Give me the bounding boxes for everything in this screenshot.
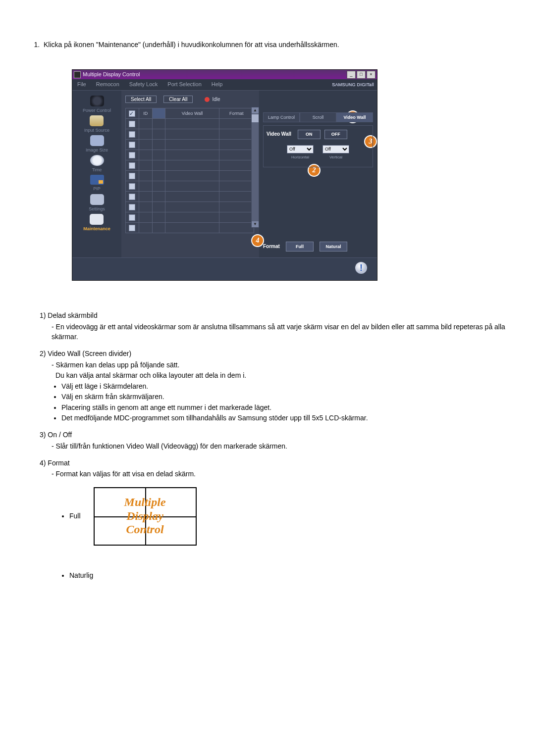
intro-list: Klicka på ikonen "Maintenance" (underhål… — [42, 40, 505, 50]
power-icon — [90, 96, 104, 106]
row-checkbox[interactable] — [129, 131, 135, 138]
horizontal-select[interactable]: Off — [287, 145, 314, 153]
bullet: Välj ett läge i Skärmdelaren. — [61, 381, 505, 391]
display-grid: ID Video Wall Format — [125, 108, 254, 233]
row-checkbox[interactable] — [129, 194, 135, 200]
row-checkbox[interactable] — [129, 121, 135, 127]
bullet: Placering ställs in genom att ange ett n… — [61, 403, 505, 412]
sidebar-label: Maintenance — [83, 226, 110, 232]
app-icon — [74, 71, 81, 78]
brand-label: SAMSUNG DIGITall — [332, 82, 377, 88]
videowall-on-button[interactable]: ON — [298, 130, 321, 139]
titlebar: Multiple Display Control _ □ × — [72, 70, 377, 79]
full-label: Full — [69, 511, 81, 521]
table-row[interactable] — [126, 202, 254, 212]
sidebar-maintenance[interactable]: Maintenance — [83, 214, 110, 232]
menu-file[interactable]: File — [72, 81, 91, 89]
menu-port-selection[interactable]: Port Selection — [162, 81, 206, 89]
sidebar-settings[interactable]: Settings — [89, 194, 105, 212]
scroll-thumb[interactable] — [252, 114, 259, 122]
sidebar-label: Power Control — [83, 107, 111, 114]
format-full-row: Full Multiple Display Control — [69, 487, 505, 546]
tab-scroll[interactable]: Scroll — [300, 112, 336, 122]
expl-2-text-a: - Skärmen kan delas upp på följande sätt… — [52, 360, 505, 370]
row-checkbox[interactable] — [129, 225, 135, 231]
tab-lamp-control[interactable]: Lamp Control — [263, 112, 300, 122]
tab-video-wall[interactable]: Video Wall — [336, 112, 373, 122]
expl-2-bullets: Välj ett läge i Skärmdelaren. Välj en sk… — [61, 381, 505, 423]
col-id: ID — [139, 108, 153, 118]
demo-text: Multiple Display Control — [124, 496, 166, 537]
scroll-up-icon[interactable]: ▲ — [252, 107, 259, 113]
expl-1-text: - En videovägg är ett antal videoskärmar… — [52, 322, 505, 342]
panel-tabs: Lamp Control Scroll Video Wall — [263, 112, 373, 122]
divider-selects: Off Horizontal Off Vertical — [267, 145, 370, 160]
row-checkbox[interactable] — [129, 214, 135, 221]
time-icon — [90, 155, 104, 166]
sidebar: Power Control Input Source Image Size Ti… — [72, 91, 121, 257]
expl-1-title: 1) Delad skärmbild — [40, 310, 505, 320]
format-natural-button[interactable]: Natural — [320, 242, 347, 252]
sidebar-image-size[interactable]: Image Size — [86, 135, 108, 153]
videowall-full-demo: Multiple Display Control — [94, 487, 197, 546]
row-checkbox[interactable] — [129, 142, 135, 148]
header-checkbox[interactable] — [129, 110, 135, 117]
row-checkbox[interactable] — [129, 152, 135, 158]
table-row[interactable] — [126, 160, 254, 171]
expl-4-text: - Format kan väljas för att visa en dela… — [52, 469, 505, 479]
row-checkbox[interactable] — [129, 204, 135, 210]
explanation: 1) Delad skärmbild - En videovägg är ett… — [40, 310, 505, 580]
videowall-off-button[interactable]: OFF — [324, 130, 347, 139]
table-row[interactable] — [126, 212, 254, 223]
col-format: Format — [219, 108, 254, 118]
minimize-button[interactable]: _ — [347, 71, 356, 79]
expl-4-title: 4) Format — [40, 458, 505, 468]
window-buttons: _ □ × — [347, 71, 375, 79]
format-natural-row: Naturlig — [40, 570, 505, 580]
menubar: File Remocon Safety Lock Port Selection … — [72, 79, 377, 91]
idle-dot-icon — [205, 97, 210, 102]
format-label: Format — [263, 243, 280, 251]
format-full-button[interactable]: Full — [286, 242, 314, 252]
warning-icon: ! — [355, 262, 367, 274]
table-row[interactable] — [126, 150, 254, 160]
table-row[interactable] — [126, 119, 254, 129]
sidebar-label: Image Size — [86, 147, 108, 153]
row-checkbox[interactable] — [129, 173, 135, 179]
table-row[interactable] — [126, 181, 254, 192]
bullet: Välj en skärm från skärmväljaren. — [61, 392, 505, 402]
sidebar-input-source[interactable]: Input Source — [84, 115, 109, 134]
table-row[interactable] — [126, 192, 254, 202]
select-all-button[interactable]: Select All — [125, 96, 157, 103]
table-row[interactable] — [126, 129, 254, 140]
expl-3-title: 3) On / Off — [40, 430, 505, 440]
clear-all-button[interactable]: Clear All — [163, 96, 193, 103]
toolbar: Select All Clear All Idle — [125, 96, 257, 103]
table-row[interactable] — [126, 140, 254, 150]
maximize-button[interactable]: □ — [357, 71, 366, 79]
table-row[interactable] — [126, 171, 254, 181]
mdc-window: Multiple Display Control _ □ × File Remo… — [72, 69, 377, 281]
sidebar-pip[interactable]: PIP — [90, 175, 104, 192]
table-row[interactable] — [126, 223, 254, 233]
grid-header: ID Video Wall Format — [126, 108, 254, 119]
scroll-down-icon[interactable]: ▼ — [252, 221, 259, 227]
menu-safety-lock[interactable]: Safety Lock — [124, 81, 162, 89]
expl-3-text: - Slår till/från funktionen Video Wall (… — [52, 441, 505, 451]
row-checkbox[interactable] — [129, 183, 135, 190]
video-wall-block: Video Wall ON OFF Off Horizontal Off Ver… — [263, 125, 373, 167]
sidebar-label: Time — [92, 167, 102, 173]
maintenance-icon — [90, 214, 104, 225]
menu-remocon[interactable]: Remocon — [91, 81, 124, 89]
vertical-select[interactable]: Off — [322, 145, 349, 153]
menu-help[interactable]: Help — [207, 81, 228, 89]
right-panel: 1 2 3 4 Lamp Control Scroll Video Wall V… — [259, 91, 377, 257]
sidebar-label: Input Source — [84, 127, 109, 134]
natural-label: Naturlig — [69, 570, 505, 580]
close-button[interactable]: × — [367, 71, 375, 79]
grid-scrollbar[interactable]: ▲ ▼ — [251, 107, 259, 228]
row-checkbox[interactable] — [129, 162, 135, 169]
intro-item: Klicka på ikonen "Maintenance" (underhål… — [42, 40, 505, 50]
sidebar-time[interactable]: Time — [90, 155, 104, 173]
sidebar-power-control[interactable]: Power Control — [83, 96, 111, 114]
